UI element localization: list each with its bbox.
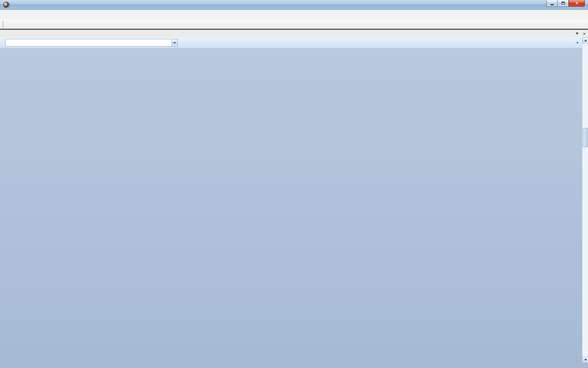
scrollbar-thumb[interactable] [583, 128, 588, 147]
menu-bar [0, 10, 588, 20]
tab-scroll-down-icon[interactable] [576, 33, 579, 36]
scroll-down-button[interactable] [582, 357, 588, 363]
goto-entry-select[interactable] [5, 39, 178, 47]
scroll-up-button[interactable] [582, 38, 588, 43]
print-link[interactable] [575, 41, 579, 45]
close-button[interactable]: × [569, 0, 585, 7]
title-bar: × [0, 0, 588, 10]
app-logo-icon [3, 2, 9, 8]
minimize-button[interactable] [546, 0, 557, 7]
vertical-scrollbar[interactable] [582, 38, 588, 363]
toolbar-grip-icon [2, 21, 4, 27]
toolbar [0, 20, 588, 29]
chevron-down-icon[interactable] [172, 39, 177, 46]
entries-area [0, 48, 588, 368]
tab-strip: × [0, 30, 588, 38]
print-menu-arrow-icon [576, 42, 579, 45]
tab-close-icon[interactable]: × [583, 32, 586, 36]
window-controls: × [546, 0, 585, 7]
background-window-sliver [0, 366, 588, 368]
tab-controls: × [576, 31, 586, 36]
maximize-button[interactable] [557, 0, 569, 7]
action-bar [0, 38, 588, 48]
app-window: × × [0, 0, 588, 368]
